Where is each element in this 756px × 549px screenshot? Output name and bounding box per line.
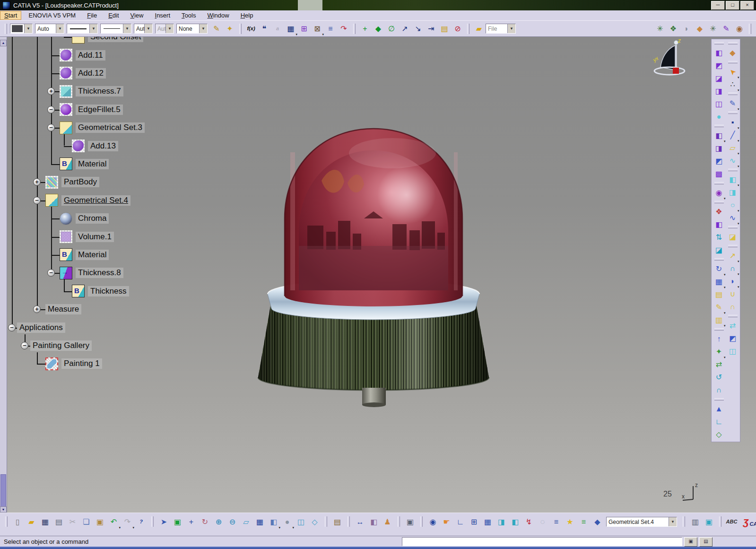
tree-item-label[interactable]: Geometrical Set.4: [61, 195, 130, 206]
tree-item-second-offset[interactable]: Second Offset: [0, 37, 227, 46]
swap-green-icon[interactable]: ⇄: [713, 358, 725, 371]
assembly-design-icon[interactable]: ❖: [667, 23, 679, 35]
list-edit-icon[interactable]: ≡: [577, 515, 590, 528]
scroll-down-button[interactable]: ▼: [0, 506, 7, 513]
spellcheck-abc-icon[interactable]: ABC: [725, 515, 738, 528]
new-document-icon[interactable]: ▯: [11, 515, 24, 528]
tree-item-label[interactable]: Material: [76, 159, 109, 169]
fly-mode-icon[interactable]: ➤: [157, 515, 170, 528]
viewport-3d[interactable]: z yx 25 z x ▲ ▼: [0, 37, 756, 513]
line-weight-combo[interactable]: ▼: [100, 24, 131, 34]
relations-icon[interactable]: ⊞: [298, 23, 310, 35]
wireframe-icon[interactable]: ◇: [308, 515, 321, 528]
axis-system-icon[interactable]: ∟: [454, 515, 467, 528]
rule-editor-icon[interactable]: ≡: [324, 23, 337, 35]
zoom-in-icon[interactable]: ⊕: [212, 515, 225, 528]
shading-icon[interactable]: ●▾: [281, 515, 294, 528]
tree-item-volume-1[interactable]: Volume.1: [0, 227, 227, 245]
paste-icon[interactable]: ▣: [94, 515, 106, 528]
pad-icon[interactable]: ◧: [713, 46, 725, 59]
point-icon[interactable]: ▪▾: [727, 116, 739, 129]
scrollbar-thumb[interactable]: [0, 474, 6, 510]
tree-expander[interactable]: +: [47, 87, 55, 95]
wizard-wand-icon[interactable]: ✦: [224, 23, 236, 35]
menu-tools[interactable]: Tools: [177, 11, 200, 20]
tree-item-label[interactable]: Material: [76, 250, 109, 260]
measure-item-icon[interactable]: ◧: [367, 515, 380, 528]
tree-item-label[interactable]: Thickness.7: [76, 86, 123, 96]
tree-item-thickness-8[interactable]: − Thickness.8: [0, 264, 227, 282]
menu-start[interactable]: Start: [0, 11, 21, 20]
combo-arrow-icon[interactable]: ▼: [507, 24, 515, 33]
cache-icon[interactable]: ◌: [536, 515, 549, 528]
menu-help[interactable]: Help: [236, 11, 258, 20]
split-solid-icon[interactable]: ◪: [713, 244, 725, 256]
power-input-field[interactable]: [402, 537, 682, 546]
dropdown-arrow-icon[interactable]: ▾: [132, 526, 134, 530]
dropdown-arrow-icon[interactable]: ▾: [278, 526, 280, 530]
combo-arrow-icon[interactable]: ▼: [89, 24, 97, 33]
menu-edit[interactable]: Edit: [104, 11, 123, 20]
combo-arrow-icon[interactable]: ▼: [56, 24, 64, 33]
surfacic-icon[interactable]: ◆: [591, 515, 604, 528]
tree-item-add-11[interactable]: Add.11: [0, 46, 227, 64]
lowercase-a-icon[interactable]: a: [271, 23, 284, 35]
tree-item-label[interactable]: Add.12: [76, 68, 106, 78]
tree-expander[interactable]: +: [33, 178, 41, 186]
multi-pad-icon[interactable]: ◪: [713, 72, 725, 85]
search-flag-icon[interactable]: ★: [564, 515, 576, 528]
open-folder-icon[interactable]: ▰: [473, 23, 485, 35]
tree-item-applications[interactable]: − Applications: [0, 318, 227, 336]
tree-item-label[interactable]: Chroma: [76, 213, 109, 224]
dropdown-arrow-icon[interactable]: ▾: [322, 33, 324, 36]
print-icon[interactable]: ▤: [52, 515, 65, 528]
dropdown-arrow-icon[interactable]: ▾: [738, 222, 739, 226]
round-arrow-icon[interactable]: ↺: [713, 371, 725, 383]
rotate-view-icon[interactable]: ↻: [199, 515, 211, 528]
combo-arrow-icon[interactable]: ▼: [669, 517, 677, 526]
structure-list-icon[interactable]: ≡: [550, 515, 563, 528]
tree-item-edgefillet-5[interactable]: − EdgeFillet.5: [0, 101, 227, 119]
instantiate-icon[interactable]: ▥▾: [713, 314, 725, 326]
toolbar-grip[interactable]: [749, 24, 751, 34]
extrude-surface-icon[interactable]: ◧▾: [727, 173, 739, 186]
tree-expander[interactable]: −: [47, 106, 55, 113]
measure-between-icon[interactable]: ↔: [354, 515, 366, 528]
measure-list-icon[interactable]: ▤: [438, 23, 451, 35]
dropdown-arrow-icon[interactable]: ▾: [119, 526, 121, 530]
tree-item-geometrical-set-3[interactable]: − Geometrical Set.3: [0, 119, 227, 137]
close-surface-icon[interactable]: ◧▾: [713, 129, 725, 142]
sketcher-icon[interactable]: ✎▾: [727, 97, 739, 110]
view-compass[interactable]: z yx: [651, 38, 686, 80]
zoom-out-icon[interactable]: ⊖: [226, 515, 239, 528]
sheetmetal-icon[interactable]: ◆: [694, 23, 706, 35]
paint-workbench-icon[interactable]: ✎: [720, 23, 732, 35]
graphic-color-combo[interactable]: ▼: [10, 24, 33, 34]
tree-item-label[interactable]: Geometrical Set.3: [76, 122, 145, 133]
sweep-surface-icon[interactable]: ∩▾: [727, 262, 739, 275]
drafted-pad-icon[interactable]: ◩: [713, 59, 725, 72]
dropdown-arrow-icon[interactable]: ▾: [724, 324, 726, 328]
exchange-icon[interactable]: ◨: [495, 515, 508, 528]
measure-up-icon[interactable]: ▲: [713, 402, 725, 415]
photo-studio-icon[interactable]: ◉: [733, 23, 746, 35]
statusbar-dialog-button[interactable]: ▣: [684, 537, 697, 547]
fill-surface-icon[interactable]: ◗▾: [727, 275, 739, 288]
menu-view[interactable]: View: [126, 11, 148, 20]
dropdown-arrow-icon[interactable]: ▾: [724, 197, 726, 200]
stitch-patch-icon[interactable]: ▩: [713, 167, 725, 180]
combo-arrow-icon[interactable]: ▼: [24, 24, 32, 33]
swap-updown-icon[interactable]: ⇅: [713, 231, 725, 244]
tree-item-label[interactable]: Volume.1: [76, 232, 114, 242]
tree-item-painting-gallery[interactable]: − Painting Gallery: [0, 337, 227, 355]
undo-icon[interactable]: ↶▾: [107, 515, 120, 528]
no-zoom-icon[interactable]: ⊘: [452, 23, 464, 35]
view-cube-icon[interactable]: ◆: [727, 46, 739, 59]
leaf-analysis-icon[interactable]: ✦▾: [713, 345, 725, 358]
plane-icon[interactable]: ▱▾: [727, 141, 739, 154]
reorder-red-icon[interactable]: ↷: [338, 23, 350, 35]
painter-icon[interactable]: ✎: [210, 23, 223, 35]
tree-item-label[interactable]: Thickness.8: [76, 268, 123, 278]
iso-view-icon[interactable]: ◧▾: [267, 515, 280, 528]
dome-surface-icon[interactable]: ∩: [727, 300, 739, 313]
